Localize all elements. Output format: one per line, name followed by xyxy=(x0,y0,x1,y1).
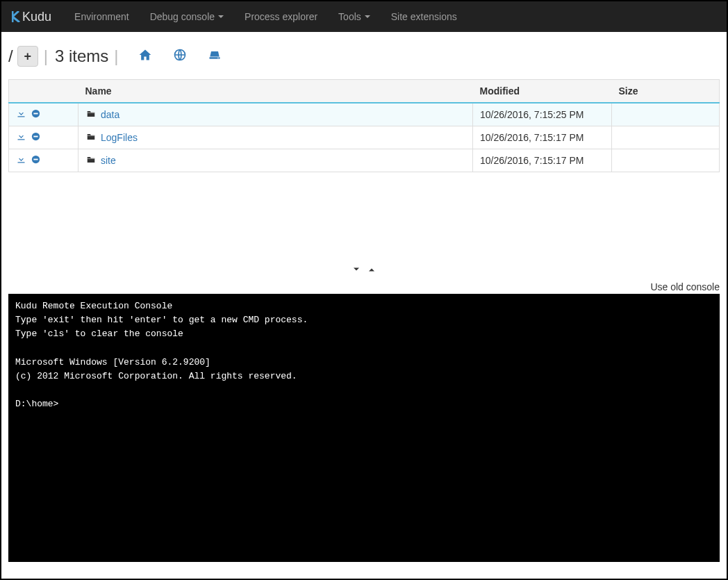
kudu-logo-icon xyxy=(12,11,21,22)
item-count: 3 items xyxy=(55,47,108,66)
console-resize-row xyxy=(1,256,727,280)
use-old-console-link[interactable]: Use old console xyxy=(650,281,720,292)
nav-list: Environment Debug console Process explor… xyxy=(64,3,468,31)
folder-icon xyxy=(85,155,97,167)
folder-icon xyxy=(85,132,97,144)
download-icon[interactable] xyxy=(16,154,26,167)
col-actions-header xyxy=(9,80,78,103)
chevron-up-icon[interactable] xyxy=(366,263,377,277)
col-modified-header[interactable]: Modified xyxy=(473,80,612,103)
console-line: Type 'cls' to clear the console xyxy=(15,329,183,339)
separator: | xyxy=(114,47,118,66)
console-line: (c) 2012 Microsoft Corporation. All righ… xyxy=(15,371,297,381)
home-icon[interactable] xyxy=(138,47,152,66)
table-row[interactable]: data 10/26/2016, 7:15:25 PM xyxy=(9,103,720,126)
caret-icon xyxy=(218,15,224,18)
nav-debug-console[interactable]: Debug console xyxy=(140,3,234,31)
file-name: LogFiles xyxy=(101,132,138,143)
col-size-header[interactable]: Size xyxy=(612,80,720,103)
nav-tools[interactable]: Tools xyxy=(328,3,381,31)
svg-rect-3 xyxy=(33,113,38,115)
separator: | xyxy=(44,47,48,66)
file-size xyxy=(612,126,720,149)
folder-link[interactable]: LogFiles xyxy=(85,132,138,144)
file-name: data xyxy=(101,109,119,120)
svg-point-1 xyxy=(217,58,219,59)
breadcrumb-row: / + | 3 items | xyxy=(1,32,727,79)
nav-site-extensions[interactable]: Site extensions xyxy=(381,3,468,31)
breadcrumb-root[interactable]: / xyxy=(8,47,13,66)
file-size xyxy=(612,103,720,126)
console-line: Type 'exit' then hit 'enter' to get a ne… xyxy=(15,315,308,325)
svg-rect-7 xyxy=(33,159,38,160)
file-modified: 10/26/2016, 7:15:17 PM xyxy=(473,149,612,172)
file-table: Name Modified Size data 10/26/2016, 7:15… xyxy=(8,79,720,172)
console-line: Microsoft Windows [Version 6.2.9200] xyxy=(15,357,210,367)
old-console-row: Use old console xyxy=(1,280,727,294)
folder-link[interactable]: data xyxy=(85,109,119,121)
download-icon[interactable] xyxy=(16,131,26,144)
table-row[interactable]: site 10/26/2016, 7:15:17 PM xyxy=(9,149,720,172)
navbar: Kudu Environment Debug console Process e… xyxy=(1,1,727,32)
nav-process-explorer[interactable]: Process explorer xyxy=(234,3,328,31)
console-line: Kudu Remote Execution Console xyxy=(15,301,172,311)
console[interactable]: Kudu Remote Execution Console Type 'exit… xyxy=(8,294,720,562)
globe-icon[interactable] xyxy=(173,47,187,66)
add-button[interactable]: + xyxy=(17,46,38,67)
file-modified: 10/26/2016, 7:15:17 PM xyxy=(473,126,612,149)
disk-icon[interactable] xyxy=(208,47,222,66)
col-name-header[interactable]: Name xyxy=(78,80,473,103)
nav-environment[interactable]: Environment xyxy=(64,3,140,31)
file-size xyxy=(612,149,720,172)
download-icon[interactable] xyxy=(16,108,26,121)
delete-icon[interactable] xyxy=(31,108,41,121)
delete-icon[interactable] xyxy=(31,131,41,144)
brand-text: Kudu xyxy=(22,10,51,24)
brand[interactable]: Kudu xyxy=(12,10,51,24)
caret-icon xyxy=(365,15,370,18)
console-prompt: D:\home> xyxy=(15,397,58,411)
delete-icon[interactable] xyxy=(31,154,41,167)
file-name: site xyxy=(101,155,116,166)
table-row[interactable]: LogFiles 10/26/2016, 7:15:17 PM xyxy=(9,126,720,149)
svg-rect-5 xyxy=(33,136,38,138)
folder-link[interactable]: site xyxy=(85,155,116,167)
file-modified: 10/26/2016, 7:15:25 PM xyxy=(473,103,612,126)
folder-icon xyxy=(85,109,97,121)
chevron-down-icon[interactable] xyxy=(351,263,362,277)
